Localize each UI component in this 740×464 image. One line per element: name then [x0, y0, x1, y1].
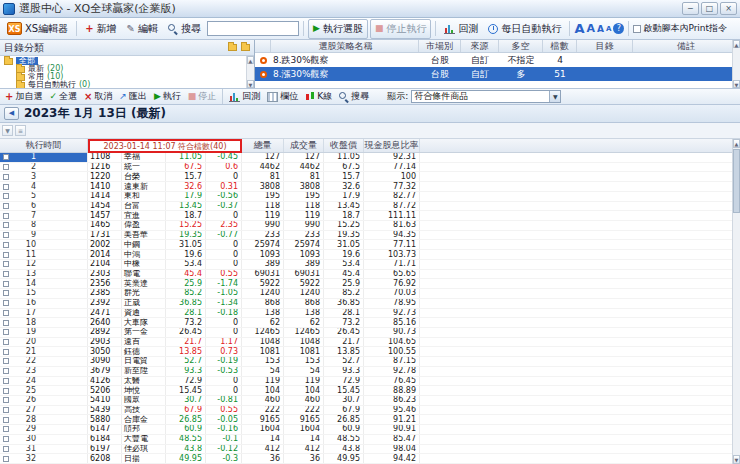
row-checkbox[interactable] — [3, 222, 9, 228]
stock-name[interactable]: 頎邦 — [122, 425, 166, 434]
stock-name[interactable]: 統一 — [122, 163, 166, 172]
grid-row[interactable]: 61454台富13.45-0.3711811813.4587.72 — [0, 202, 732, 212]
row-checkbox[interactable] — [3, 378, 9, 384]
run-button[interactable]: 執行 — [151, 89, 184, 104]
scroll-up-icon[interactable]: ▲ — [733, 139, 740, 148]
row-checkbox[interactable] — [3, 329, 9, 335]
grid-row[interactable]: 81465偉盈15.252.3599099015.2581.63 — [0, 221, 732, 231]
column-header-name[interactable]: 選股策略名稱 — [271, 40, 419, 52]
display-filter-dropdown[interactable]: 符合條件商品 ▼ — [411, 90, 561, 103]
stock-name[interactable]: 幸福 — [122, 153, 166, 162]
grid-row[interactable]: 172471資通28.1-0.1813813828.192.73 — [0, 309, 732, 319]
row-select-cell[interactable]: 30 — [0, 435, 88, 444]
row-select-cell[interactable]: 25 — [0, 386, 88, 395]
run-screen-button[interactable]: 執行選股 — [308, 19, 368, 39]
row-checkbox[interactable] — [3, 397, 9, 403]
stock-name[interactable]: 聯電 — [122, 270, 166, 279]
stock-name[interactable]: 鈺德 — [122, 347, 166, 356]
scroll-up-icon[interactable]: ▲ — [247, 56, 254, 64]
row-select-cell[interactable]: 17 — [0, 309, 88, 318]
grid-row[interactable]: 316197佳必琪43.8-0.1241241243.898.04 — [0, 445, 732, 455]
font-size-small-button[interactable]: A — [597, 24, 604, 34]
close-button[interactable]: × — [720, 2, 737, 15]
stock-name[interactable]: 遠百 — [122, 338, 166, 347]
row-checkbox[interactable] — [3, 281, 9, 287]
row-checkbox[interactable] — [3, 349, 9, 355]
search-input[interactable] — [207, 21, 299, 36]
row-checkbox[interactable] — [3, 164, 9, 170]
row-checkbox[interactable] — [3, 290, 9, 296]
grid-row[interactable]: 285880合庫金26.85-0.059165916526.8591.21 — [0, 415, 732, 425]
add-folder-icon[interactable] — [228, 44, 237, 51]
grid-scrollbar[interactable]: ▲ ▼ — [732, 139, 740, 464]
row-select-cell[interactable]: 9 — [0, 231, 88, 240]
row-checkbox[interactable] — [3, 193, 9, 199]
row-select-cell[interactable]: 1 — [0, 153, 88, 162]
grid-row[interactable]: 132303聯電45.40.55690316903145.465.65 — [0, 270, 732, 280]
stop-button[interactable]: 停止 — [185, 89, 220, 104]
grid-row[interactable]: 233679新至陞93.3-0.53545493.392.78 — [0, 367, 732, 377]
grid-row[interactable]: 51414東和17.9-0.5619519517.982.77 — [0, 192, 732, 202]
daily-auto-run-button[interactable]: 每日自動執行 — [484, 20, 565, 38]
font-size-tiny-button[interactable]: A — [606, 25, 611, 33]
row-select-cell[interactable]: 12 — [0, 260, 88, 269]
column-header-count[interactable]: 檔數 — [543, 40, 577, 52]
grid-row[interactable]: 102002中鋼31.050259742597431.0577.11 — [0, 240, 732, 250]
row-checkbox[interactable] — [3, 213, 9, 219]
grid-row[interactable]: 162392正崴36.85-1.3486886836.8578.95 — [0, 299, 732, 309]
grid-row[interactable]: 255206坤悅15.45010410415.4588.89 — [0, 386, 732, 396]
previous-date-button[interactable]: ◀ — [4, 107, 19, 120]
row-checkbox[interactable] — [3, 417, 9, 423]
row-select-cell[interactable]: 19 — [0, 328, 88, 337]
grid-row[interactable]: 182640大車隊73.20626273.285.16 — [0, 318, 732, 328]
strategy-scrollbar[interactable]: ▲ ▼ — [732, 40, 740, 88]
row-select-cell[interactable]: 26 — [0, 396, 88, 405]
row-select-cell[interactable]: 23 — [0, 367, 88, 376]
grid-row[interactable]: 326208日揚49.95-0.3363649.9594.42 — [0, 454, 732, 464]
row-checkbox[interactable] — [3, 252, 9, 258]
scroll-thumb[interactable] — [733, 149, 740, 213]
grid-row[interactable]: 223090日電貿52.7-0.1915315352.787.15 — [0, 357, 732, 367]
row-checkbox[interactable] — [3, 203, 9, 209]
stock-name[interactable]: 新至陞 — [122, 367, 166, 376]
sort-icon[interactable]: ▼ — [2, 125, 13, 136]
grid-row[interactable]: 152385群光85.2-1.051240124085.270.03 — [0, 289, 732, 299]
stock-name[interactable]: 合庫金 — [122, 415, 166, 424]
row-checkbox[interactable] — [3, 339, 9, 345]
stop-run-button[interactable]: 停止執行 — [370, 19, 432, 39]
row-checkbox[interactable] — [3, 261, 9, 267]
help-icon[interactable] — [613, 23, 624, 34]
stock-name[interactable]: 台富 — [122, 202, 166, 211]
row-select-cell[interactable]: 2 — [0, 163, 88, 172]
grid-row[interactable]: 91731美吾華19.35-0.7723323319.3594.35 — [0, 231, 732, 241]
backtest-button[interactable]: 回測 — [440, 20, 482, 38]
stock-name[interactable]: 佳必琪 — [122, 445, 166, 454]
row-select-cell[interactable]: 31 — [0, 445, 88, 454]
row-checkbox[interactable] — [3, 456, 9, 462]
row-select-cell[interactable]: 24 — [0, 377, 88, 386]
grid-row[interactable]: 202903遠百21.71.171048104821.7104.65 — [0, 338, 732, 348]
strategy-row[interactable]: 8.跌30%觀察台股自訂不指定4 — [255, 53, 740, 67]
grid-row[interactable]: 275439高技67.90.5522222267.995.46 — [0, 406, 732, 416]
column-header-note[interactable]: 備註 — [633, 40, 740, 52]
maximize-button[interactable]: □ — [701, 2, 718, 15]
row-select-cell[interactable]: 5 — [0, 192, 88, 201]
search-button[interactable]: 搜尋 — [164, 20, 205, 38]
scroll-down-icon[interactable]: ▼ — [247, 80, 254, 88]
add-watchlist-button[interactable]: 加自選 — [2, 89, 45, 104]
row-select-cell[interactable]: 21 — [0, 347, 88, 356]
grid-row[interactable]: 21216統一67.50.64462446267.577.14 — [0, 163, 732, 173]
row-select-cell[interactable]: 16 — [0, 299, 88, 308]
row-checkbox[interactable] — [3, 154, 9, 160]
tree-item[interactable]: 每日自動執行(0) — [0, 81, 254, 88]
row-checkbox[interactable] — [3, 388, 9, 394]
export-button[interactable]: 匯出 — [116, 89, 150, 104]
exec-time-header[interactable]: 執行時間 — [0, 139, 88, 152]
grid-row[interactable]: 31220台榮15.70818115.7100 — [0, 172, 732, 182]
stock-name[interactable]: 日揚 — [122, 454, 166, 463]
stock-name[interactable]: 偉盈 — [122, 221, 166, 230]
kline-button[interactable]: K線 — [302, 89, 335, 104]
row-checkbox[interactable] — [3, 436, 9, 442]
grid-row[interactable]: 306184大豐電48.55-0.1141448.5585.47 — [0, 435, 732, 445]
column-header-side[interactable]: 多空 — [499, 40, 543, 52]
